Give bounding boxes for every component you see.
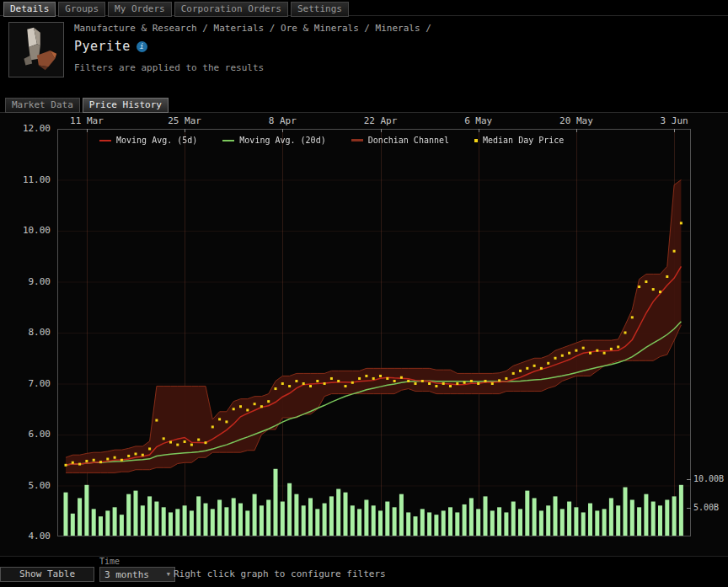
legend-label: Donchian Channel [368,136,449,145]
pyerite-ore-graphic [9,23,62,75]
page-title: Pyerite [74,39,131,54]
x-axis-tick-label: 6 May [464,115,492,126]
x-axis-tick-label: 20 May [559,115,593,126]
x-axis-tick-label: 22 Apr [364,115,398,126]
ma20-line-swatch [222,140,234,141]
legend-label: Moving Avg. (5d) [116,136,197,145]
y-axis-tick-label: 9.00 [0,276,51,287]
tab-price-history[interactable]: Price History [83,98,169,113]
y-axis-tick-label: 6.00 [0,429,51,440]
tab-groups[interactable]: Groups [58,2,105,17]
median-dot-swatch [474,139,478,142]
y-axis-tick-label: 12.00 [0,123,51,134]
time-range-value: 3 months [104,569,149,580]
volume-axis-tick-label: 10.00B [693,474,724,483]
legend-donchian-channel: Donchian Channel [351,136,449,145]
subtabbar: Market Data Price History [5,98,169,113]
x-axis-tick-label: 3 Jun [661,115,688,126]
y-axis-tick-label: 7.00 [0,378,51,389]
legend-median-day-price: Median Day Price [474,136,564,145]
ma5-line-swatch [99,140,111,141]
legend-moving-avg-20d: Moving Avg. (20d) [222,136,325,145]
x-axis-tick-label: 25 Mar [168,115,201,126]
donchian-band-swatch [351,139,363,141]
chart-legend: Moving Avg. (5d) Moving Avg. (20d) Donch… [99,136,564,145]
price-history-chart: Moving Avg. (5d) Moving Avg. (20d) Donch… [0,112,728,557]
footer: Show Table Time 3 months ▼ Right click g… [0,556,728,587]
filters-note: Filters are applied to the results [74,62,264,73]
time-range-select[interactable]: 3 months ▼ [99,567,175,582]
top-tabbar: Details Groups My Orders Corporation Ord… [3,2,349,17]
tab-my-orders[interactable]: My Orders [108,2,172,17]
legend-label: Median Day Price [483,136,564,145]
y-axis-tick-label: 11.00 [0,174,51,185]
breadcrumb[interactable]: Manufacture & Research / Materials / Ore… [74,23,431,34]
info-icon[interactable]: i [136,41,147,52]
x-axis-tick-label: 11 Mar [70,115,104,126]
tab-settings[interactable]: Settings [291,2,349,17]
configure-hint: Right click graph to configure filters [174,568,386,579]
time-label: Time [99,557,120,566]
eve-market-window: Details Groups My Orders Corporation Ord… [0,0,728,587]
pyerite-item-icon[interactable] [8,22,64,77]
y-axis-tick-label: 10.00 [0,225,51,236]
legend-label: Moving Avg. (20d) [239,136,325,145]
y-axis-tick-label: 4.00 [0,531,51,542]
y-axis-tick-label: 5.00 [0,480,51,491]
title-row: Pyerite i [74,39,147,54]
show-table-button[interactable]: Show Table [0,567,94,582]
chevron-down-icon: ▼ [167,571,170,578]
x-axis-tick-label: 8 Apr [269,115,297,126]
tab-market-data[interactable]: Market Data [5,98,80,113]
tab-corporation-orders[interactable]: Corporation Orders [174,2,288,17]
price-chart-canvas[interactable] [57,129,691,536]
volume-axis-tick-label: 5.00B [693,503,719,512]
legend-moving-avg-5d: Moving Avg. (5d) [99,136,197,145]
y-axis-tick-label: 8.00 [0,327,51,338]
tab-details[interactable]: Details [3,2,56,17]
